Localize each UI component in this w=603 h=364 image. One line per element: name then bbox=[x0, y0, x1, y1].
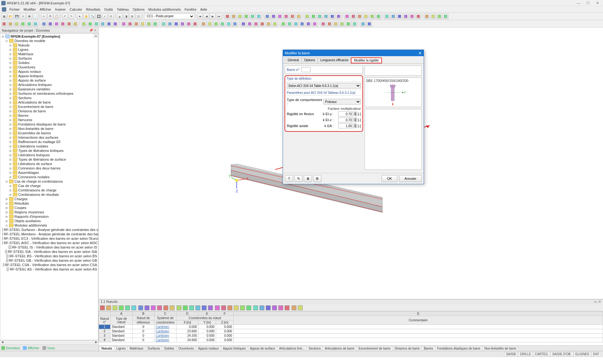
table-row[interactable]: 3Standard0Cartésien24.3300.0000.000 bbox=[99, 334, 603, 338]
table-row[interactable]: 4Standard0Cartésien24.6600.0000.000 bbox=[99, 338, 603, 342]
maximize-button[interactable]: ☐ bbox=[584, 0, 592, 6]
ok-button[interactable]: OK bbox=[382, 175, 397, 182]
toolbar1-extra-btn-21[interactable] bbox=[363, 13, 369, 19]
nav-tab-display[interactable]: Afficher bbox=[23, 346, 39, 350]
nav-tab-views[interactable]: Vues bbox=[42, 346, 55, 350]
table-tbar-btn-23[interactable] bbox=[246, 305, 252, 311]
status-saisie[interactable]: SAISIE bbox=[504, 352, 518, 356]
tree--paisseurs-variables[interactable]: ⊞Épaisseurs variables bbox=[0, 87, 98, 91]
bottom-tab-11[interactable]: Articulations de barre bbox=[323, 346, 357, 351]
bottom-tab-14[interactable]: Barres bbox=[421, 346, 435, 351]
toolbar1-extra-btn-12[interactable] bbox=[304, 13, 310, 19]
tree-solides[interactable]: ⊞Solides bbox=[0, 61, 98, 65]
menu-tableau[interactable]: Tableau bbox=[115, 7, 131, 12]
table-tbar-btn-1[interactable] bbox=[106, 305, 111, 311]
nav-first-icon[interactable]: ⏮ bbox=[197, 13, 203, 19]
toolbar2-btn-6[interactable] bbox=[41, 21, 47, 27]
table-tbar-btn-2[interactable] bbox=[112, 305, 118, 311]
tree-divisions-de-barre[interactable]: ⊞Divisions de barre bbox=[0, 109, 98, 113]
spin-up-icon[interactable]: ▲ bbox=[354, 118, 357, 120]
tree-lib-rations-nodales[interactable]: ⊞Libérations nodales bbox=[0, 144, 98, 148]
table-tbar-btn-7[interactable] bbox=[144, 305, 150, 311]
tree-rf-steel-is-v-rification-des-b[interactable]: RF-STEEL IS - Vérification des barres en… bbox=[0, 245, 98, 249]
menu-modules additionnels[interactable]: Modules additionnels bbox=[146, 7, 182, 12]
tree-raffinement-du-maillage-ef[interactable]: ⊞Raffinement du maillage EF bbox=[0, 140, 98, 144]
status-cartes[interactable]: CARTES. bbox=[533, 352, 550, 356]
close-button[interactable]: ✕ bbox=[593, 0, 602, 6]
status-glignes[interactable]: GLIGNES bbox=[573, 352, 591, 356]
zoomwin-icon[interactable]: 🔲 bbox=[96, 13, 101, 19]
bottom-tab-1[interactable]: Lignes bbox=[114, 346, 128, 351]
toolbar2-btn-37[interactable] bbox=[247, 21, 253, 27]
behavior-select[interactable]: Poteaux bbox=[323, 99, 361, 104]
spin-up-icon[interactable]: ▲ bbox=[354, 112, 357, 114]
toolbar2-btn-5[interactable] bbox=[33, 21, 38, 27]
navigator-tree[interactable]: ⊟RFEM-Exemple-07 [Exemples]⊟Données de m… bbox=[0, 33, 98, 340]
tree-combinaisons-de-charge[interactable]: ⊞Combinaisons de charge bbox=[0, 188, 98, 192]
toolbar2-btn-53[interactable] bbox=[352, 21, 357, 27]
loadcase-combo[interactable]: CC1 - Poids propre bbox=[144, 13, 194, 19]
toolbar2-btn-51[interactable] bbox=[339, 21, 345, 27]
table-min-icon[interactable]: ▭ bbox=[594, 300, 597, 304]
tree-appuis-de-surface[interactable]: ⊞Appuis de surface bbox=[0, 78, 98, 83]
toolbar2-btn-30[interactable] bbox=[201, 21, 206, 27]
toolbar2-btn-55[interactable] bbox=[367, 21, 372, 27]
tree-barres[interactable]: ⊞Barres bbox=[0, 113, 98, 118]
table-tbar-btn-0[interactable] bbox=[100, 305, 105, 311]
tree-coupes[interactable]: ⊞Coupes bbox=[0, 206, 98, 210]
stiffness-input-0[interactable] bbox=[338, 111, 353, 116]
tree-ouvertures[interactable]: ⊞Ouvertures bbox=[0, 65, 98, 69]
toolbar1-extra-btn-33[interactable] bbox=[443, 13, 448, 19]
edit-icon[interactable]: ✎ bbox=[294, 175, 302, 182]
bottom-tab-4[interactable]: Solides bbox=[162, 346, 177, 351]
tree-appuis-lin-iques[interactable]: ⊞Appuis linéiques bbox=[0, 74, 98, 78]
table-tbar-btn-15[interactable] bbox=[195, 305, 201, 311]
tree-articulations-de-barre[interactable]: ⊞Articulations de barre bbox=[0, 100, 98, 104]
tree-lignes[interactable]: ⊞Lignes bbox=[0, 47, 98, 52]
toolbar2-btn-10[interactable] bbox=[66, 21, 72, 27]
tree-rf-steel-aisc-v-rification-des[interactable]: RF-STEEL AISC - Vérification des barres … bbox=[0, 241, 98, 245]
new-icon[interactable]: ▦ bbox=[1, 13, 7, 19]
table-tbar-btn-9[interactable] bbox=[157, 305, 162, 311]
table-tbar-btn-17[interactable] bbox=[208, 305, 213, 311]
menu-résultats[interactable]: Résultats bbox=[84, 7, 102, 12]
toolbar2-btn-29[interactable] bbox=[192, 21, 198, 27]
toolbar2-btn-11[interactable] bbox=[73, 21, 78, 27]
tree-rf-steel-surfaces-analyse-g-n-[interactable]: RF-STEEL Surfaces - Analyse générale des… bbox=[0, 228, 98, 232]
tree-ensembles-de-barres[interactable]: ⊞Ensembles de barres bbox=[0, 131, 98, 135]
toolbar2-btn-22[interactable] bbox=[146, 21, 152, 27]
toolbar1-extra-btn-19[interactable] bbox=[350, 13, 356, 19]
table-close-icon[interactable]: ✕ bbox=[598, 300, 601, 304]
open-icon[interactable]: 📂 bbox=[8, 13, 13, 19]
tree-objets-auxiliaires[interactable]: ⊞Objets auxiliaires bbox=[0, 219, 98, 223]
menu-fichier[interactable]: Fichier bbox=[8, 7, 22, 12]
tree-types-de-lib-rations-de-surfac[interactable]: ⊞Types de libérations de surface bbox=[0, 157, 98, 162]
tree-lib-rations-de-surface[interactable]: ⊞Libérations de surface bbox=[0, 162, 98, 166]
bottom-tab-9[interactable]: Articulations liné... bbox=[277, 346, 307, 351]
table-tbar-btn-12[interactable] bbox=[176, 305, 182, 311]
typedef-select[interactable]: Selon ACI 318-14 Table 6.6.3.1.1(a) bbox=[287, 83, 361, 88]
toolbar1-extra-btn-29[interactable] bbox=[416, 13, 421, 19]
tree-rf-steel-gb-v-rification-des-b[interactable]: RF-STEEL GB - Vérification des barres en… bbox=[0, 258, 98, 263]
menu-fenêtre[interactable]: Fenêtre bbox=[183, 7, 198, 12]
bottom-tab-8[interactable]: Appuis de surface bbox=[248, 346, 277, 351]
redo-icon[interactable]: ↷ bbox=[68, 13, 74, 19]
table-tbar-btn-13[interactable] bbox=[182, 305, 188, 311]
tree-nervures[interactable]: ⊞Nervures bbox=[0, 118, 98, 122]
spin-down-icon[interactable]: ▼ bbox=[354, 126, 357, 128]
toolbar1-extra-btn-15[interactable] bbox=[323, 13, 329, 19]
toolbar1-extra-btn-0[interactable] bbox=[225, 13, 230, 19]
table-tbar-btn-4[interactable] bbox=[125, 305, 130, 311]
toolbar2-btn-31[interactable] bbox=[207, 21, 213, 27]
toolbar1-extra-btn-30[interactable] bbox=[424, 13, 430, 19]
toolbar2-btn-46[interactable] bbox=[306, 21, 311, 27]
toolbar1-extra-btn-25[interactable] bbox=[390, 13, 396, 19]
toolbar1-extra-btn-11[interactable] bbox=[296, 13, 302, 19]
toolbar2-btn-20[interactable] bbox=[133, 21, 139, 27]
saveall-icon[interactable]: ⎘ bbox=[20, 13, 26, 19]
toolbar1-extra-btn-4[interactable] bbox=[250, 13, 255, 19]
stiffness-input-2[interactable] bbox=[338, 123, 353, 128]
menu-modifier[interactable]: Modifier bbox=[22, 7, 38, 12]
toolbar2-btn-8[interactable] bbox=[54, 21, 59, 27]
tree-types-de-lib-rations-lin-iques[interactable]: ⊞Types de libérations linéiques bbox=[0, 148, 98, 153]
